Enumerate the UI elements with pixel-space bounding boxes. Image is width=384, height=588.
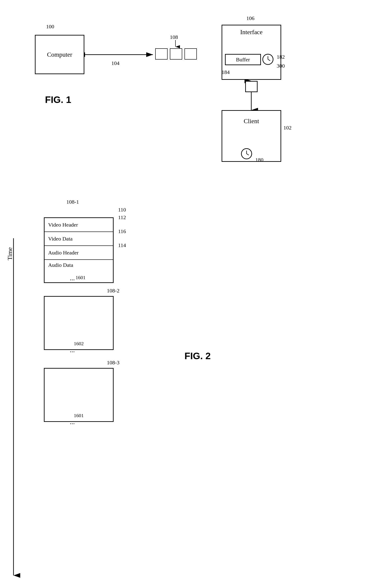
ref-108-3: 108-3	[107, 360, 119, 366]
ref-100: 100	[46, 24, 54, 30]
computer-label: Computer	[47, 51, 72, 58]
ref-114: 114	[118, 242, 126, 248]
clock-interface-icon	[262, 54, 274, 65]
buffer-box: Buffer	[225, 54, 261, 65]
video-data-text: Video Data	[48, 236, 73, 242]
buffer-label: Buffer	[236, 57, 250, 63]
ref-116: 116	[118, 228, 126, 234]
clock-client-icon	[241, 148, 252, 160]
video-header-row: Video Header	[45, 218, 113, 232]
packet-block-2: 108-2 1602	[44, 290, 56, 296]
packet-block-1: 108-1 110 Video Header Video Data Audio …	[44, 211, 56, 217]
ref-110: 110	[118, 207, 126, 213]
fig1-title: FIG. 1	[45, 94, 71, 105]
ref-180: 180	[255, 157, 263, 163]
packet-3-box: 1601	[44, 368, 113, 422]
ref-108-2: 108-2	[107, 288, 119, 294]
audio-data-row: Audio Data 1601	[45, 260, 113, 282]
diagram-container: Computer 100 Interface 106 Buffer 184 30…	[0, 0, 384, 588]
client-label: Client	[244, 118, 259, 125]
packet-small-2	[170, 48, 182, 60]
packet-block-3: 108-3 1601	[44, 362, 56, 368]
ref-104: 104	[111, 60, 119, 66]
packet-small-1	[155, 48, 168, 60]
audio-header-row: Audio Header	[45, 246, 113, 260]
ref-112: 112	[118, 214, 126, 220]
code-1602: 1602	[74, 341, 84, 347]
audio-header-text: Audio Header	[48, 250, 79, 256]
ref-108-1: 108-1	[66, 199, 79, 205]
fig2-title: FIG. 2	[184, 351, 211, 361]
arrows-svg	[0, 0, 384, 588]
interface-box: Interface	[222, 25, 281, 80]
ref-102: 102	[283, 125, 292, 131]
video-data-row: Video Data	[45, 232, 113, 246]
code-1601a: 1601	[76, 275, 86, 282]
packet-detail-block: Video Header Video Data Audio Header Aud…	[44, 217, 113, 283]
dots-3: ...	[70, 418, 75, 426]
time-label: Time	[6, 247, 14, 260]
ref-182: 182	[277, 54, 285, 60]
ref108-arrow	[173, 40, 182, 49]
packet-2-box: 1602	[44, 296, 113, 350]
video-header-text: Video Header	[48, 222, 78, 228]
connector-box	[245, 81, 258, 92]
interface-label: Interface	[240, 29, 263, 36]
audio-data-text: Audio Data	[48, 262, 73, 268]
ref-184: 184	[222, 69, 230, 75]
packet-small-3	[184, 48, 197, 60]
dots-2: ...	[70, 346, 75, 354]
ref-300: 300	[277, 63, 285, 69]
ref-106: 106	[246, 15, 254, 21]
code-1601b: 1601	[74, 413, 84, 419]
dots-1: ...	[70, 274, 75, 282]
ref-108: 108	[170, 34, 178, 40]
computer-box: Computer	[35, 35, 84, 74]
